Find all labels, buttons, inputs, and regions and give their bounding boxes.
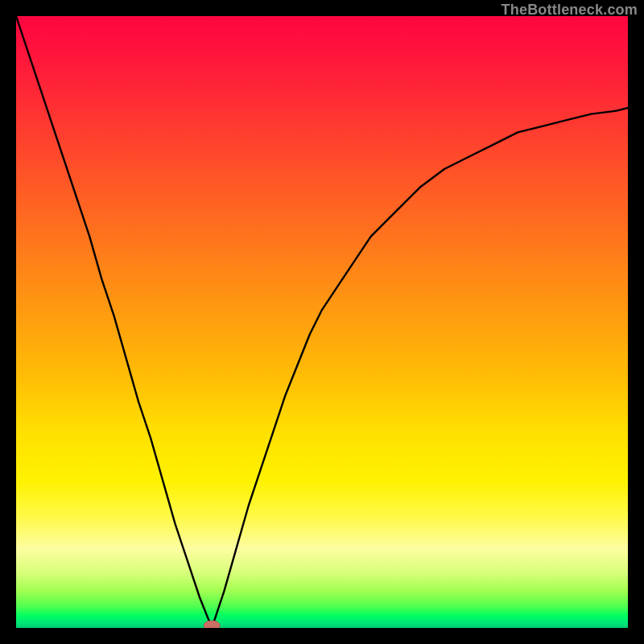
outer-frame: TheBottleneck.com: [0, 0, 644, 644]
bottleneck-curve: [16, 16, 628, 628]
plot-area: [16, 16, 628, 628]
chart-svg: [16, 16, 628, 628]
minimum-marker: [204, 621, 220, 628]
watermark-text: TheBottleneck.com: [502, 2, 638, 19]
